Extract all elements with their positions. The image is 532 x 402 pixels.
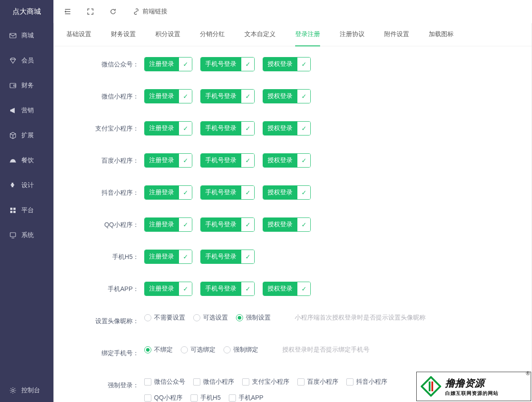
row-label: 手机H5： bbox=[66, 250, 144, 264]
check-icon: ✓ bbox=[241, 250, 254, 263]
check-icon: ✓ bbox=[179, 250, 192, 263]
link-icon bbox=[133, 8, 140, 15]
svg-rect-7 bbox=[13, 211, 16, 213]
brand: 点大商城 bbox=[0, 0, 53, 23]
toggle-register[interactable]: 注册登录✓ bbox=[144, 250, 192, 264]
row-label: 设置头像昵称： bbox=[66, 314, 144, 328]
toggle-auth[interactable]: 授权登录✓ bbox=[263, 121, 311, 135]
row-baidu-miniapp: 百度小程序： 注册登录✓ 手机号登录✓ 授权登录✓ bbox=[66, 153, 519, 168]
frontend-link-label: 前端链接 bbox=[142, 8, 167, 16]
nav-item-design[interactable]: 设计 bbox=[0, 173, 53, 198]
radio-avatar-optional[interactable]: 可选设置 bbox=[193, 314, 228, 322]
check-icon: ✓ bbox=[179, 154, 192, 167]
checkbox-alipay-miniapp[interactable]: 支付宝小程序 bbox=[242, 378, 289, 386]
nav-item-platform[interactable]: 平台 bbox=[0, 198, 53, 223]
sidebar: 点大商城 商城 会员 财务 营销 扩展 餐饮 设计 平台 系统 控制台 bbox=[0, 0, 53, 402]
tab-basic[interactable]: 基础设置 bbox=[66, 23, 91, 46]
toggle-phone[interactable]: 手机号登录✓ bbox=[200, 217, 255, 232]
tab-loading-icon[interactable]: 加载图标 bbox=[429, 23, 454, 46]
radio-icon bbox=[144, 314, 151, 321]
toggle-phone[interactable]: 手机号登录✓ bbox=[200, 89, 255, 103]
toggle-auth[interactable]: 授权登录✓ bbox=[263, 217, 311, 232]
check-icon: ✓ bbox=[297, 154, 310, 167]
row-label: 抖音小程序： bbox=[66, 185, 144, 200]
row-label: 支付宝小程序： bbox=[66, 121, 144, 135]
toggle-auth[interactable]: 授权登录✓ bbox=[263, 153, 311, 168]
svg-rect-1 bbox=[10, 83, 16, 88]
collapse-menu-icon[interactable] bbox=[64, 8, 71, 15]
nav-item-catering[interactable]: 餐饮 bbox=[0, 148, 53, 173]
row-mobile-h5: 手机H5： 注册登录✓ 手机号登录✓ bbox=[66, 250, 519, 264]
nav-item-console[interactable]: 控制台 bbox=[0, 379, 53, 402]
refresh-icon[interactable] bbox=[110, 8, 117, 15]
toggle-phone[interactable]: 手机号登录✓ bbox=[200, 153, 255, 168]
watermark-title: 撸撸资源 bbox=[445, 377, 499, 390]
check-icon: ✓ bbox=[297, 218, 310, 231]
checkbox-wechat-miniapp[interactable]: 微信小程序 bbox=[193, 378, 234, 386]
toggle-register[interactable]: 注册登录✓ bbox=[144, 185, 192, 200]
tab-register-agreement[interactable]: 注册协议 bbox=[340, 23, 365, 46]
radio-bind-none[interactable]: 不绑定 bbox=[144, 346, 173, 354]
toggle-register[interactable]: 注册登录✓ bbox=[144, 282, 192, 296]
radio-avatar-none[interactable]: 不需要设置 bbox=[144, 314, 185, 322]
nav-item-finance[interactable]: 财务 bbox=[0, 73, 53, 98]
row-qq-miniapp: QQ小程序： 注册登录✓ 手机号登录✓ 授权登录✓ bbox=[66, 217, 519, 232]
wallet-icon bbox=[9, 82, 17, 89]
checkbox-douyin-miniapp[interactable]: 抖音小程序 bbox=[346, 378, 387, 386]
tab-attachment[interactable]: 附件设置 bbox=[384, 23, 409, 46]
nav-item-marketing[interactable]: 营销 bbox=[0, 98, 53, 123]
row-label: 百度小程序： bbox=[66, 153, 144, 168]
checkbox-wechat-official[interactable]: 微信公众号 bbox=[144, 378, 185, 386]
toggle-phone[interactable]: 手机号登录✓ bbox=[200, 57, 255, 71]
nav-item-extension[interactable]: 扩展 bbox=[0, 123, 53, 148]
radio-icon bbox=[193, 314, 200, 321]
svg-rect-8 bbox=[10, 233, 16, 237]
checkbox-mobile-h5[interactable]: 手机H5 bbox=[191, 394, 221, 402]
toggle-register[interactable]: 注册登录✓ bbox=[144, 57, 192, 71]
fullscreen-icon[interactable] bbox=[87, 8, 93, 15]
radio-bind-force[interactable]: 强制绑定 bbox=[223, 346, 258, 354]
row-label: 手机APP： bbox=[66, 282, 144, 296]
toggle-auth[interactable]: 授权登录✓ bbox=[263, 57, 311, 71]
row-mobile-app: 手机APP： 注册登录✓ 手机号登录✓ 授权登录✓ bbox=[66, 282, 519, 296]
check-icon: ✓ bbox=[241, 154, 254, 167]
nav-item-member[interactable]: 会员 bbox=[0, 48, 53, 73]
toggle-register[interactable]: 注册登录✓ bbox=[144, 217, 192, 232]
toggle-phone[interactable]: 手机号登录✓ bbox=[200, 250, 255, 264]
toggle-phone[interactable]: 手机号登录✓ bbox=[200, 185, 255, 200]
checkbox-icon bbox=[144, 378, 151, 386]
check-icon: ✓ bbox=[179, 186, 192, 199]
svg-rect-4 bbox=[10, 208, 12, 210]
toggle-register[interactable]: 注册登录✓ bbox=[144, 121, 192, 135]
check-icon: ✓ bbox=[297, 282, 310, 295]
tab-distribution[interactable]: 分销分红 bbox=[200, 23, 225, 46]
svg-rect-5 bbox=[13, 208, 16, 210]
gear-icon bbox=[9, 387, 17, 394]
toggle-phone[interactable]: 手机号登录✓ bbox=[200, 282, 255, 296]
tab-finance[interactable]: 财务设置 bbox=[111, 23, 136, 46]
svg-marker-10 bbox=[422, 377, 440, 396]
registered-mark: ® bbox=[526, 370, 530, 377]
check-icon: ✓ bbox=[241, 90, 254, 103]
nav-item-system[interactable]: 系统 bbox=[0, 223, 53, 248]
checkbox-qq-miniapp[interactable]: QQ小程序 bbox=[144, 394, 183, 402]
toggle-register[interactable]: 注册登录✓ bbox=[144, 153, 192, 168]
radio-bind-optional[interactable]: 可选绑定 bbox=[181, 346, 215, 354]
watermark-subtitle: 白嫖互联网资源的网站 bbox=[445, 390, 499, 397]
toggle-phone[interactable]: 手机号登录✓ bbox=[200, 121, 255, 135]
nav-label: 平台 bbox=[21, 206, 34, 214]
svg-rect-6 bbox=[10, 211, 12, 213]
tab-login-register[interactable]: 登录注册 bbox=[295, 23, 320, 46]
frontend-link[interactable]: 前端链接 bbox=[133, 8, 167, 16]
tab-text-custom[interactable]: 文本自定义 bbox=[244, 23, 276, 46]
radio-avatar-force[interactable]: 强制设置 bbox=[236, 314, 271, 322]
checkbox-mobile-app[interactable]: 手机APP bbox=[229, 394, 264, 402]
nav-item-mall[interactable]: 商城 bbox=[0, 23, 53, 48]
checkbox-baidu-miniapp[interactable]: 百度小程序 bbox=[297, 378, 338, 386]
check-icon: ✓ bbox=[297, 186, 310, 199]
toggle-register[interactable]: 注册登录✓ bbox=[144, 89, 192, 103]
tab-points[interactable]: 积分设置 bbox=[155, 23, 180, 46]
toggle-auth[interactable]: 授权登录✓ bbox=[263, 185, 311, 200]
toggle-auth[interactable]: 授权登录✓ bbox=[263, 282, 311, 296]
toggle-auth[interactable]: 授权登录✓ bbox=[263, 89, 311, 103]
